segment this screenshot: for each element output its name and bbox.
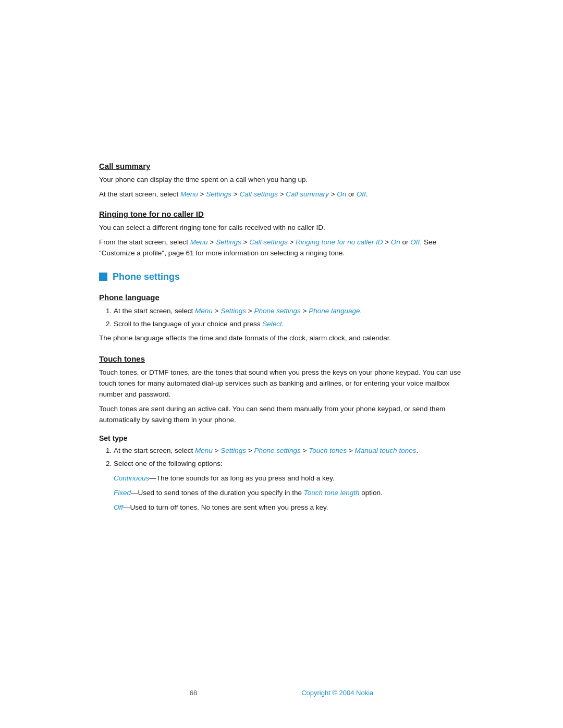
option2-dash: —	[131, 489, 138, 497]
pl-select-link[interactable]: Select	[262, 320, 282, 328]
pl-sep3: >	[301, 307, 309, 315]
touch-tones-subsection: Touch tones Touch tones, or DTMF tones, …	[99, 354, 464, 513]
pl-sep2: >	[246, 307, 254, 315]
phone-language-steps: At the start screen, select Menu > Setti…	[114, 306, 464, 330]
phone-language-step2: Scroll to the language of your choice an…	[114, 319, 464, 330]
option3-dash: —	[123, 503, 130, 511]
pl-settings-link[interactable]: Settings	[221, 307, 246, 315]
call-summary-prefix: At the start screen, select	[99, 190, 180, 198]
ringing-tone-para1: You can select a different ringing tone …	[99, 223, 464, 233]
pl-menu-link[interactable]: Menu	[195, 307, 213, 315]
call-summary-settings-link[interactable]: Settings	[206, 190, 231, 198]
call-summary-section: Call summary Your phone can display the …	[99, 162, 464, 200]
call-summary-or: or	[346, 190, 357, 198]
call-summary-para2: At the start screen, select Menu > Setti…	[99, 189, 464, 200]
st-sep2: >	[246, 447, 254, 454]
st-step1-prefix: At the start screen, select	[114, 447, 195, 454]
ringing-tone-settings-link[interactable]: Settings	[216, 238, 241, 246]
st-touch-tones-link[interactable]: Touch tones	[309, 447, 347, 454]
step2-prefix: Scroll to the language of your choice an…	[114, 320, 262, 328]
call-summary-sep3: >	[278, 190, 286, 198]
ringing-tone-heading: Ringing tone for no caller ID	[99, 209, 464, 218]
ringing-tone-or: or	[400, 238, 411, 246]
phone-language-para: The phone language affects the time and …	[99, 333, 464, 344]
call-summary-off-link[interactable]: Off	[357, 190, 366, 198]
ringing-tone-on-link[interactable]: On	[391, 238, 400, 246]
pl-phone-settings-link[interactable]: Phone settings	[254, 307, 300, 315]
option2-prefix: Used to send tones of the duration you s…	[138, 489, 304, 497]
fixed-link[interactable]: Fixed	[114, 489, 131, 497]
st-sep1: >	[213, 447, 221, 454]
phone-language-heading: Phone language	[99, 293, 464, 302]
ringing-tone-call-settings-link[interactable]: Call settings	[249, 238, 288, 246]
ringing-tone-sep2: >	[241, 238, 249, 246]
phone-settings-heading-text: Phone settings	[113, 272, 180, 282]
call-summary-heading: Call summary	[99, 162, 464, 170]
off-link[interactable]: Off	[114, 503, 123, 511]
touch-tones-heading: Touch tones	[99, 354, 464, 363]
option-continuous: Continuous—The tone sounds for as long a…	[114, 473, 464, 484]
call-summary-para1: Your phone can display the time spent on…	[99, 175, 464, 186]
page-footer: 68 Copyright © 2004 Nokia	[0, 689, 563, 697]
call-summary-end: .	[366, 190, 368, 198]
step2-end: .	[282, 320, 284, 328]
option-fixed: Fixed—Used to send tones of the duration…	[114, 488, 464, 499]
call-summary-sep1: >	[198, 190, 206, 198]
phone-settings-section: Phone settings Phone language At the sta…	[99, 272, 464, 513]
st-menu-link[interactable]: Menu	[195, 447, 213, 454]
copyright: Copyright © 2004 Nokia	[301, 689, 373, 697]
st-end: .	[416, 447, 418, 454]
ringing-tone-para2: From the start screen, select Menu > Set…	[99, 237, 464, 259]
ringing-tone-sep1: >	[208, 238, 216, 246]
touch-tones-para1: Touch tones, or DTMF tones, are the tone…	[99, 367, 464, 400]
ringing-tone-prefix: From the start screen, select	[99, 238, 190, 246]
pl-sep1: >	[213, 307, 221, 315]
continuous-link[interactable]: Continuous	[114, 474, 149, 482]
option1-text: The tone sounds for as long as you press…	[156, 474, 335, 482]
page: Call summary Your phone can display the …	[0, 0, 563, 728]
blue-square-icon	[99, 273, 107, 281]
st-step2: Select one of the following options:	[114, 460, 223, 467]
call-summary-call-settings-link[interactable]: Call settings	[239, 190, 278, 198]
option2-suffix: option.	[360, 489, 383, 497]
pl-end: .	[360, 307, 362, 315]
st-sep3: >	[301, 447, 309, 454]
option-off: Off—Used to turn off tones. No tones are…	[114, 502, 464, 513]
ringing-tone-sep4: >	[383, 238, 390, 246]
touch-tone-length-link[interactable]: Touch tone length	[304, 489, 360, 497]
st-manual-touch-tones-link[interactable]: Manual touch tones	[355, 447, 417, 454]
call-summary-menu-link[interactable]: Menu	[180, 190, 198, 198]
ringing-tone-menu-link[interactable]: Menu	[190, 238, 208, 246]
step1-prefix: At the start screen, select	[114, 307, 195, 315]
set-type-options: Continuous—The tone sounds for as long a…	[114, 473, 464, 513]
set-type-heading: Set type	[99, 434, 464, 442]
st-settings-link[interactable]: Settings	[221, 447, 246, 454]
content-area: Call summary Your phone can display the …	[99, 0, 464, 564]
pl-phone-language-link[interactable]: Phone language	[309, 307, 360, 315]
st-phone-settings-link[interactable]: Phone settings	[254, 447, 300, 454]
set-type-steps: At the start screen, select Menu > Setti…	[114, 446, 464, 470]
call-summary-call-summary-link[interactable]: Call summary	[286, 190, 329, 198]
set-type-step2: Select one of the following options:	[114, 459, 464, 470]
st-sep4: >	[347, 447, 354, 454]
option3-text: Used to turn off tones. No tones are sen…	[130, 503, 328, 511]
ringing-tone-section: Ringing tone for no caller ID You can se…	[99, 209, 464, 259]
set-type-subsubsection: Set type At the start screen, select Men…	[99, 434, 464, 513]
phone-language-step1: At the start screen, select Menu > Setti…	[114, 306, 464, 317]
set-type-step1: At the start screen, select Menu > Setti…	[114, 446, 464, 456]
call-summary-sep2: >	[231, 190, 239, 198]
option1-dash: —	[149, 474, 156, 482]
phone-language-subsection: Phone language At the start screen, sele…	[99, 293, 464, 344]
call-summary-sep4: >	[329, 190, 337, 198]
ringing-tone-off-link[interactable]: Off	[410, 238, 420, 246]
touch-tones-para2: Touch tones are sent during an active ca…	[99, 404, 464, 426]
call-summary-on-link[interactable]: On	[337, 190, 346, 198]
page-number: 68	[190, 689, 197, 697]
ringing-tone-sep3: >	[288, 238, 296, 246]
phone-settings-heading: Phone settings	[99, 272, 464, 282]
ringing-tone-no-caller-link[interactable]: Ringing tone for no caller ID	[296, 238, 383, 246]
